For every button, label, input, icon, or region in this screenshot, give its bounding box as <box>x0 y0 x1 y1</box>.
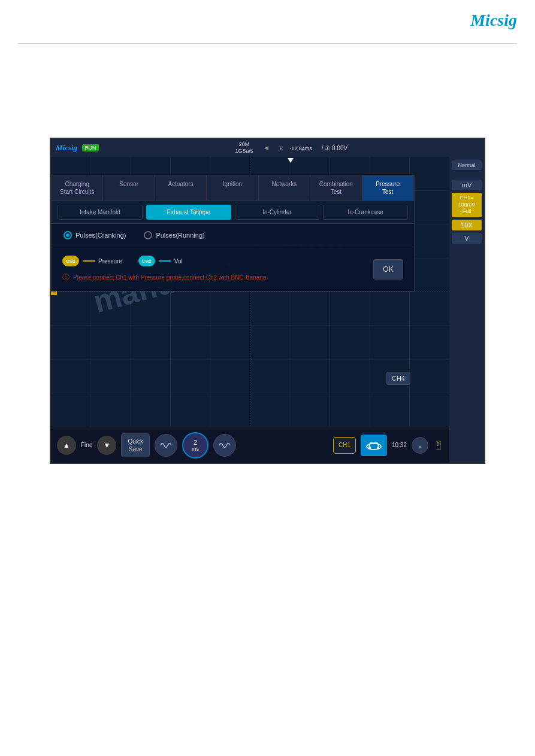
radio-cranking-label: Pulses(Cranking) <box>75 232 126 239</box>
radio-cranking-circle <box>64 231 72 239</box>
scope-right-sidebar: Normal mV CH1= 100mV Full 10X V <box>449 157 484 463</box>
down-arrow-button[interactable]: ▼ <box>97 436 116 455</box>
radio-running-label: Pulses(Running) <box>156 232 204 239</box>
scope-topbar-center: 28M 1GSa/s ◄ E -12.84ms / ① 0.00V <box>104 141 479 154</box>
ch2-probe-line <box>159 260 171 262</box>
radio-pulses-running[interactable]: Pulses(Running) <box>144 231 204 239</box>
svg-point-18 <box>368 447 371 449</box>
ch4-button[interactable]: CH4 <box>386 372 410 385</box>
scope-time-offset: E -12.84ms <box>279 145 312 151</box>
svg-marker-16 <box>288 158 294 163</box>
fine-label: Fine <box>81 442 92 448</box>
radio-pulses-cranking[interactable]: Pulses(Cranking) <box>64 231 126 239</box>
warning-row: ⓘ Please connect Ch1 with Pressure probe… <box>62 272 373 283</box>
menu-panel: Charging Start Circuits Sensor Actuators… <box>51 175 415 292</box>
ch2-badge: CH2 <box>138 256 155 266</box>
wave-right-button[interactable] <box>213 434 236 457</box>
ok-button[interactable]: OK <box>373 259 403 280</box>
quick-save-button[interactable]: Quick Save <box>121 433 150 457</box>
probe-info-box: CH1 Pressure CH2 Vol ⓘ Please connect Ch… <box>52 247 414 291</box>
svg-point-19 <box>377 447 379 449</box>
ch2-probe-label: Vol <box>174 258 183 265</box>
tab-pressure-test[interactable]: Pressure Test <box>362 175 414 201</box>
probe-separator <box>129 258 131 265</box>
scope-run-badge: RUN <box>82 144 99 151</box>
scope-ch1-button[interactable]: CH1= 100mV Full <box>452 193 482 217</box>
tab-charging-start[interactable]: Charging Start Circuits <box>52 175 103 201</box>
tab-combination-test[interactable]: Combination Test <box>310 175 362 201</box>
scope-bottom-bar: ▲ Fine ▼ Quick Save 2 ms CH1 10:32 ⌄ 📱 <box>51 427 449 463</box>
probe-info-content: CH1 Pressure CH2 Vol ⓘ Please connect Ch… <box>62 256 373 283</box>
warning-icon: ⓘ <box>62 272 69 283</box>
tab-in-cylinder[interactable]: In-Cylinder <box>235 205 320 220</box>
ch1-probe-label: Pressure <box>98 258 122 265</box>
scope-grid: 1 Charging Start Circuits Sensor Actuato… <box>51 157 449 427</box>
scope-topbar: Micsig RUN 28M 1GSa/s ◄ E -12.84ms / ① 0… <box>51 139 484 157</box>
scope-normal-button[interactable]: Normal <box>452 160 482 170</box>
tab-in-crankcase[interactable]: In-Crankcase <box>323 205 408 220</box>
scope-v-button[interactable]: V <box>452 233 482 244</box>
clock-display: 10:32 <box>392 442 407 448</box>
header-divider <box>18 43 517 44</box>
tab-actuators[interactable]: Actuators <box>155 175 207 201</box>
tab-row-1: Charging Start Circuits Sensor Actuators… <box>52 175 414 201</box>
bottom-right-controls: CH1 10:32 ⌄ 📱 <box>333 435 443 456</box>
tab-exhaust-tailpipe[interactable]: Exhaust Tailpipe <box>146 205 231 220</box>
tab-ignition[interactable]: Ignition <box>207 175 258 201</box>
car-mode-button[interactable] <box>361 435 387 456</box>
time-value: 2 <box>194 439 197 446</box>
scope-10x-button[interactable]: 10X <box>452 220 482 230</box>
ch1-select-button[interactable]: CH1 <box>333 437 356 454</box>
radio-options-row: Pulses(Cranking) Pulses(Running) <box>52 224 414 247</box>
phone-icon: 📱 <box>433 441 443 450</box>
up-arrow-button[interactable]: ▲ <box>57 436 76 455</box>
scope-memory: 28M 1GSa/s <box>235 141 253 154</box>
oscilloscope-screen: Micsig RUN 28M 1GSa/s ◄ E -12.84ms / ① 0… <box>50 138 485 464</box>
menu-down-button[interactable]: ⌄ <box>412 437 428 454</box>
ch1-badge: CH1 <box>62 256 79 266</box>
page-header: Micsig <box>470 11 517 30</box>
tab-row-2: Intake Manifold Exhaust Tailpipe In-Cyli… <box>52 201 414 224</box>
scope-nav-left[interactable]: ◄ <box>262 144 270 152</box>
scope-trigger: / ① 0.00V <box>322 145 347 151</box>
ch1-probe-line <box>83 260 95 262</box>
tab-intake-manifold[interactable]: Intake Manifold <box>58 205 143 220</box>
tab-networks[interactable]: Networks <box>259 175 310 201</box>
tab-sensor[interactable]: Sensor <box>103 175 155 201</box>
probe-ch1-row: CH1 Pressure CH2 Vol <box>62 256 373 266</box>
header-logo: Micsig <box>470 11 517 29</box>
time-div-button[interactable]: 2 ms <box>182 432 208 459</box>
scope-mv-button[interactable]: mV <box>452 180 482 190</box>
svg-point-17 <box>367 444 381 450</box>
wave-left-button[interactable] <box>155 434 177 457</box>
scope-logo: Micsig <box>56 143 77 153</box>
time-unit: ms <box>192 446 199 452</box>
radio-running-circle <box>144 231 152 239</box>
warning-text: Please connect Ch1 with Pressure probe,c… <box>73 274 266 281</box>
